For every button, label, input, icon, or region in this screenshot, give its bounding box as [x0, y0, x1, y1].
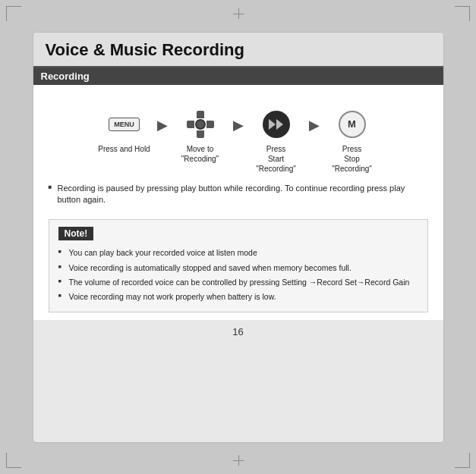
cross-mark-top	[233, 8, 244, 19]
corner-mark-bl	[6, 453, 21, 468]
arrow-1: ▶	[157, 117, 168, 133]
step-4-label: PressStop"Recording"	[332, 144, 372, 174]
note-box-title: Note!	[58, 227, 94, 240]
arrow-2: ▶	[233, 117, 244, 133]
play-record-icon	[263, 111, 290, 138]
ff-arrow-1	[269, 119, 276, 130]
note-item-2: Voice recording is automatically stopped…	[58, 261, 418, 275]
step-2-icon	[184, 108, 217, 141]
page-container: Voice & Music Recording Recording MENU P…	[33, 33, 443, 442]
dpad-right	[206, 121, 214, 128]
pause-note: Recording is paused by pressing play but…	[49, 181, 428, 214]
step-3-label: PressStart"Recording"	[256, 144, 296, 174]
steps-row: MENU Press and Hold ▶ Move to"Recoding"	[49, 96, 428, 181]
step-3-icon	[260, 108, 293, 141]
m-button-icon: M	[339, 111, 366, 138]
step-1-label: Press and Hold	[98, 144, 150, 154]
step-1: MENU Press and Hold	[98, 108, 151, 154]
ff-arrow-2	[276, 119, 283, 130]
dpad-up	[197, 111, 204, 118]
step-2: Move to"Recoding"	[174, 108, 227, 164]
main-content: MENU Press and Hold ▶ Move to"Recoding"	[33, 85, 443, 321]
step-1-icon: MENU	[108, 108, 141, 141]
section-header: Recording	[33, 67, 443, 85]
menu-button-icon: MENU	[109, 118, 140, 131]
note-box: Note! You can play back your recorded vo…	[49, 219, 428, 312]
dpad-down	[197, 130, 204, 138]
corner-mark-tr	[455, 6, 470, 21]
step-4-icon: M	[336, 108, 369, 141]
dpad-center	[195, 119, 206, 130]
note-item-3: The volume of recorded voice can be cont…	[58, 275, 418, 290]
dpad-icon	[186, 110, 215, 139]
corner-mark-br	[455, 453, 470, 468]
note-item-4: Voice recording may not work properly wh…	[58, 290, 418, 304]
step-4: M PressStop"Recording"	[326, 108, 379, 174]
page-title: Voice & Music Recording	[46, 40, 431, 60]
step-3: PressStart"Recording"	[250, 108, 303, 174]
corner-mark-tl	[6, 6, 21, 21]
title-bar: Voice & Music Recording	[33, 33, 443, 67]
step-2-label: Move to"Recoding"	[181, 144, 219, 164]
note-item-1: You can play back your recorded voice at…	[58, 246, 418, 260]
dpad-left	[187, 121, 194, 128]
page-number: 16	[33, 320, 443, 345]
cross-mark-bottom	[233, 455, 244, 466]
arrow-3: ▶	[309, 117, 320, 133]
